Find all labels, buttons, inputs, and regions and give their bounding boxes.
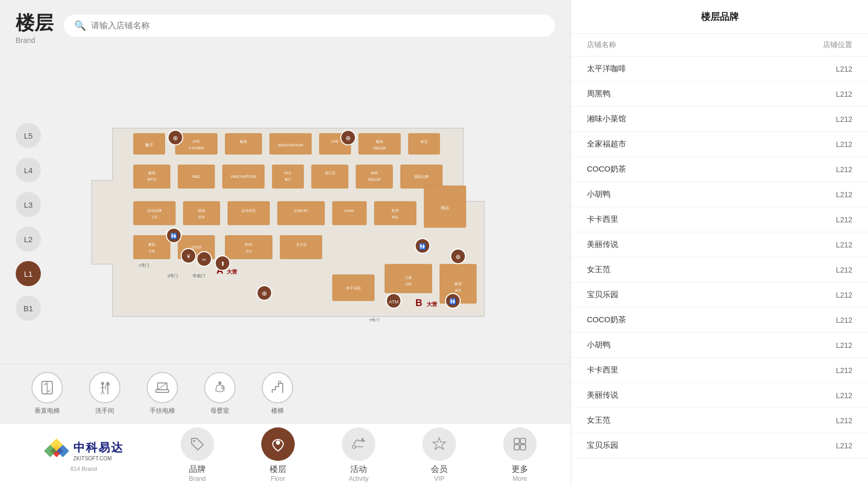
nav-item-vip[interactable]: 会员 VIP <box>399 427 480 482</box>
brand-pos: L212 <box>810 316 852 324</box>
svg-rect-127 <box>514 438 519 444</box>
brand-item[interactable]: 女王范 L212 <box>571 257 868 282</box>
col1-header: 店铺名称 <box>587 40 810 50</box>
svg-rect-17 <box>133 165 170 188</box>
brand-name: 美丽传说 <box>587 390 810 400</box>
brand-item[interactable]: COCO奶茶 L212 <box>571 157 868 182</box>
floor-map: 餐厅 10号 火车站咖啡 服装 INNOVATION 24号 服装 国际品牌 珠… <box>71 97 500 322</box>
brand-item[interactable]: COCO奶茶 L212 <box>571 308 868 333</box>
svg-marker-123 <box>361 438 365 443</box>
svg-line-113 <box>158 383 167 390</box>
brand-list: 太平洋咖啡 L212 周黑鸭 L212 湘味小菜馆 L212 全家福超市 L21… <box>571 56 868 486</box>
svg-rect-42 <box>277 201 325 225</box>
svg-rect-15 <box>408 133 440 154</box>
brand-item[interactable]: 小胡鸭 L212 <box>571 333 868 358</box>
svg-text:服饰: 服饰 <box>148 171 155 175</box>
brand-item[interactable]: 太平洋咖啡 L212 <box>571 56 868 82</box>
header: 楼层 Brand 🔍 <box>0 0 571 50</box>
svg-text:运动品牌: 运动品牌 <box>147 209 162 212</box>
svg-line-106 <box>103 391 104 394</box>
facility-escalator[interactable]: 手扶电梯 <box>147 372 178 415</box>
search-input[interactable] <box>91 21 544 30</box>
svg-point-102 <box>101 382 104 385</box>
svg-text:火车站咖啡: 火车站咖啡 <box>188 146 204 150</box>
svg-point-107 <box>106 382 109 385</box>
search-bar[interactable]: 🔍 <box>64 15 555 37</box>
svg-text:国际品牌: 国际品牌 <box>368 178 381 181</box>
logo-area: 中科易达 ZKITSOFT.COM 814 Brand <box>10 433 157 477</box>
svg-text:活动区: 活动区 <box>191 245 202 249</box>
right-panel-subheader: 店铺名称 店铺位置 <box>571 34 868 56</box>
brand-item[interactable]: 宝贝乐园 L212 <box>571 433 868 458</box>
brand-name: 湘味小菜馆 <box>587 114 810 124</box>
brand-nav-icon <box>181 427 214 461</box>
page-title-zh: 楼层 <box>16 10 53 36</box>
brand-pos: L212 <box>810 366 852 375</box>
brand-pos: L212 <box>810 391 852 400</box>
svg-text:国际品牌: 国际品牌 <box>373 146 386 150</box>
svg-text:家具: 家具 <box>455 288 461 292</box>
bottom-section: 垂直电梯 洗手间 手扶电梯 母婴室 <box>0 364 571 486</box>
brand-item[interactable]: 卡卡西里 L212 <box>571 207 868 232</box>
svg-rect-40 <box>228 201 270 225</box>
brand-name: 女王范 <box>587 265 810 275</box>
brand-name: 卡卡西里 <box>587 365 810 375</box>
brand-item[interactable]: 全家福超市 L212 <box>571 132 868 157</box>
facility-stairs[interactable]: 楼梯 <box>262 372 293 415</box>
brand-nav-label-en: Brand <box>189 475 206 482</box>
facility-restroom[interactable]: 洗手间 <box>89 372 120 415</box>
svg-text:M&D: M&D <box>192 175 201 178</box>
restroom-icon <box>89 372 120 403</box>
nav-item-brand[interactable]: 品牌 Brand <box>157 427 238 482</box>
brand-item[interactable]: 美丽传说 L212 <box>571 383 868 408</box>
brand-name: 小胡鸭 <box>587 340 810 350</box>
brand-item[interactable]: 湘味小菜馆 L212 <box>571 107 868 132</box>
nav-item-activity[interactable]: 活动 Activity <box>318 427 399 482</box>
floor-nav-icon <box>261 427 295 461</box>
escalator-icon <box>147 372 178 403</box>
floor-nav-label-zh: 楼层 <box>270 464 286 475</box>
svg-rect-34 <box>133 201 175 225</box>
brand-item[interactable]: 宝贝乐园 L212 <box>571 282 868 308</box>
svg-rect-29 <box>356 165 393 188</box>
page-title-en: Brand <box>16 36 53 44</box>
brand-pos: L212 <box>810 291 852 299</box>
svg-text:精品: 精品 <box>392 216 398 219</box>
svg-rect-44 <box>332 201 366 225</box>
facility-nursing[interactable]: 母婴室 <box>204 372 236 415</box>
facility-restroom-label: 洗手间 <box>95 406 114 415</box>
svg-text:ATM: ATM <box>389 299 398 304</box>
brand-item[interactable]: 周黑鸭 L212 <box>571 82 868 107</box>
brand-pos: L212 <box>810 416 852 425</box>
brand-pos: L212 <box>810 241 852 249</box>
svg-rect-6 <box>225 133 262 154</box>
svg-text:✂: ✂ <box>202 257 206 263</box>
svg-text:鞋类: 鞋类 <box>392 209 399 212</box>
facility-elevator-v[interactable]: 垂直电梯 <box>31 372 63 415</box>
brand-name: COCO奶茶 <box>587 315 810 325</box>
nav-item-floor[interactable]: 楼层 Floor <box>238 427 318 482</box>
svg-text:餐饮: 餐饮 <box>148 243 155 247</box>
brand-item[interactable]: 小胡鸭 L212 <box>571 182 868 207</box>
svg-text:品牌: 品牌 <box>405 282 411 286</box>
svg-rect-27 <box>311 165 348 188</box>
svg-rect-24 <box>272 165 304 188</box>
right-panel: 楼层品牌 店铺名称 店铺位置 太平洋咖啡 L212 周黑鸭 L212 湘味小菜馆… <box>571 0 868 486</box>
brand-pos: L212 <box>810 190 852 199</box>
svg-text:服装: 服装 <box>376 140 383 143</box>
brand-item[interactable]: 卡卡西里 L212 <box>571 358 868 383</box>
brand-item[interactable]: 女王范 L212 <box>571 408 868 433</box>
floor-nav-label-en: Floor <box>271 475 285 482</box>
left-panel: 楼层 Brand 🔍 L5 L4 L3 L2 L1 B1 <box>0 0 571 486</box>
svg-text:国际品牌: 国际品牌 <box>414 175 429 178</box>
brand-item[interactable]: 美丽传说 L212 <box>571 232 868 257</box>
right-panel-title: 楼层品牌 <box>571 0 868 34</box>
nav-item-more[interactable]: 更多 More <box>480 427 560 482</box>
svg-text:儿童: 儿童 <box>405 276 412 279</box>
search-icon: 🔍 <box>74 20 86 31</box>
floor-title: 楼层 Brand <box>16 10 53 44</box>
svg-text:餐厅: 餐厅 <box>145 143 153 148</box>
svg-text:时尚: 时尚 <box>245 243 252 246</box>
svg-text:服装: 服装 <box>240 140 247 143</box>
svg-text:正宫: 正宫 <box>151 215 158 219</box>
